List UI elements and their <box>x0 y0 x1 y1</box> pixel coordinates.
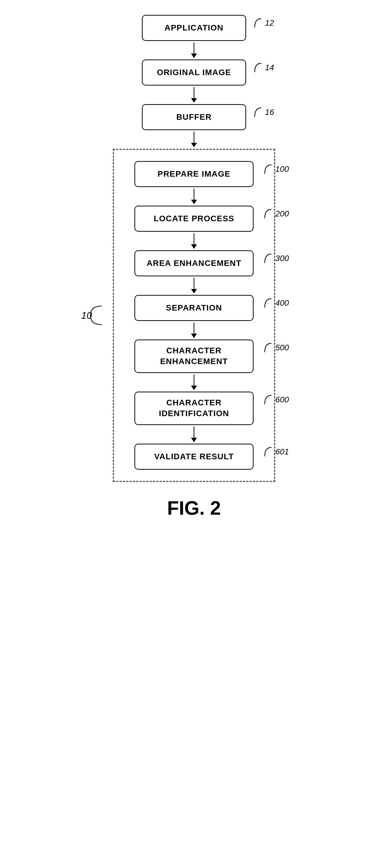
arrow-2 <box>191 87 197 103</box>
arrow-3 <box>191 132 197 147</box>
ref-500: 500 <box>275 343 289 353</box>
block-area-enhancement: AREA ENHANCEMENT <box>134 250 254 276</box>
block-prepare-image: PREPARE IMAGE <box>134 161 254 187</box>
buffer-wrapper: BUFFER 16 <box>142 104 246 130</box>
block-application: APPLICATION <box>142 15 246 41</box>
area-enhancement-wrapper: AREA ENHANCEMENT 300 <box>134 250 254 276</box>
curve-14 <box>254 62 265 73</box>
block-original-image: ORIGINAL IMAGE <box>142 60 246 86</box>
original-image-wrapper: ORIGINAL IMAGE 14 <box>142 60 246 86</box>
ref-16: 16 <box>265 107 274 117</box>
ref-14: 14 <box>265 63 274 73</box>
curve-200 <box>264 209 275 219</box>
curve-16 <box>254 107 265 118</box>
curve-400 <box>264 298 275 308</box>
validate-result-wrapper: VALIDATE RESULT 601 <box>134 444 254 470</box>
curve-601 <box>264 447 275 457</box>
arrow-7 <box>191 322 197 338</box>
arrow-6 <box>191 278 197 293</box>
ref-200: 200 <box>275 209 289 219</box>
separation-wrapper: SEPARATION 400 <box>134 295 254 321</box>
character-enhancement-wrapper: CHARACTERENHANCEMENT 500 <box>134 340 254 373</box>
ref-600: 600 <box>275 395 289 405</box>
dashed-box: PREPARE IMAGE 100 LOCATE PROCESS <box>113 149 275 482</box>
ref-100: 100 <box>275 164 289 174</box>
ref-300: 300 <box>275 254 289 263</box>
ref-12: 12 <box>265 18 274 28</box>
block-separation: SEPARATION <box>134 295 254 321</box>
ref-400: 400 <box>275 298 289 308</box>
curve-500 <box>264 343 275 353</box>
locate-process-wrapper: LOCATE PROCESS 200 <box>134 206 254 232</box>
arrow-1 <box>191 42 197 58</box>
figure-label: FIG. 2 <box>167 497 221 519</box>
block-locate-process: LOCATE PROCESS <box>134 206 254 232</box>
arrow-8 <box>191 374 197 390</box>
curve-12 <box>254 18 265 28</box>
block-validate-result: VALIDATE RESULT <box>134 444 254 470</box>
curve-600 <box>264 395 275 405</box>
prepare-image-wrapper: PREPARE IMAGE 100 <box>134 161 254 187</box>
block-character-enhancement: CHARACTERENHANCEMENT <box>134 340 254 373</box>
dashed-system-wrapper: 10 PREPARE IMAGE 100 <box>113 149 275 482</box>
diagram-container: APPLICATION 12 ORIGINAL IMAGE 14 <box>0 0 388 868</box>
curve-10 <box>89 304 104 327</box>
arrow-9 <box>191 427 197 442</box>
ref-601: 601 <box>275 447 289 457</box>
application-wrapper: APPLICATION 12 <box>142 15 246 41</box>
curve-300 <box>264 253 275 264</box>
block-character-identification: CHARACTERIDENTIFICATION <box>134 392 254 425</box>
character-identification-wrapper: CHARACTERIDENTIFICATION 600 <box>134 392 254 425</box>
curve-100 <box>264 164 275 174</box>
arrow-5 <box>191 233 197 249</box>
arrow-4 <box>191 189 197 204</box>
block-buffer: BUFFER <box>142 104 246 130</box>
